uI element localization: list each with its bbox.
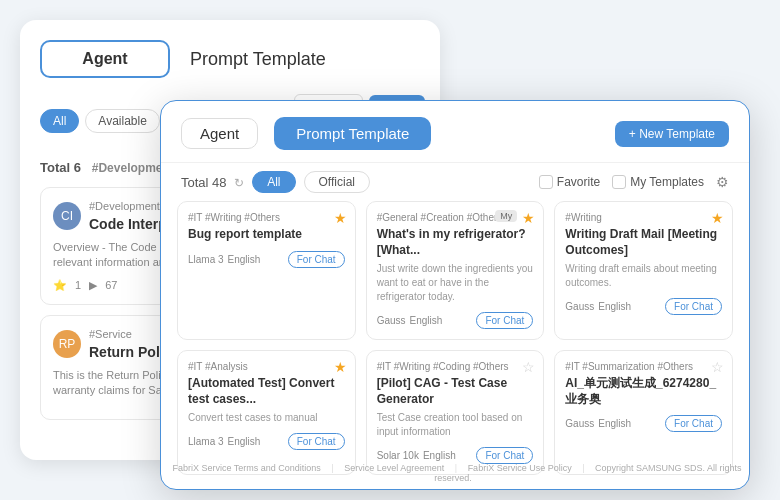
card-model-4: Solar 10k <box>377 450 419 461</box>
card-model-2: Gauss <box>565 301 594 312</box>
card-name-5: AI_单元测试生成_6274280_业务奥 <box>565 376 722 407</box>
favorite-checkbox[interactable] <box>539 175 553 189</box>
my-templates-label: My Templates <box>630 175 704 189</box>
filter-official-button[interactable]: Official <box>304 171 370 193</box>
card-desc-2: Writing draft emails about meeting outco… <box>565 262 722 290</box>
footer-link-use-policy[interactable]: FabriX Service Use Policy <box>468 463 572 473</box>
card-name-1: What's in my refrigerator? [What... <box>377 227 534 258</box>
for-chat-btn-3[interactable]: For Chat <box>288 433 345 450</box>
card-lang-4: English <box>423 450 456 461</box>
fg-total-count: Total 48 ↻ <box>181 175 244 190</box>
fg-prompt-template-button[interactable]: Prompt Template <box>274 117 431 150</box>
chat-icon-code: ▶ <box>89 279 97 292</box>
favorite-filter[interactable]: Favorite <box>539 175 600 189</box>
card-tags-3: #IT #Analysis <box>188 361 345 372</box>
star-icon-5[interactable]: ☆ <box>711 359 724 375</box>
agent-header: Agent Prompt Template <box>40 40 420 78</box>
card-tags-0: #IT #Writing #Others <box>188 212 345 223</box>
footer-links: FabriX Service Terms and Conditions | Se… <box>161 463 749 483</box>
card-desc-1: Just write down the ingredients you want… <box>377 262 534 304</box>
card-name-2: Writing Draft Mail [Meeting Outcomes] <box>565 227 722 258</box>
prompt-template-label-bg: Prompt Template <box>190 49 326 70</box>
fg-panel-header: Agent Prompt Template + New Template <box>161 101 749 163</box>
card-bottom-3: Llama 3 English For Chat <box>188 433 345 450</box>
my-templates-filter[interactable]: My Templates <box>612 175 704 189</box>
star-icon-3[interactable]: ★ <box>334 359 347 375</box>
new-template-button[interactable]: + New Template <box>615 121 729 147</box>
template-cards-grid: ★ #IT #Writing #Others Bug report templa… <box>161 201 749 485</box>
card-name-0: Bug report template <box>188 227 345 243</box>
footer-link-sla[interactable]: Service Level Agreement <box>344 463 444 473</box>
template-card-5[interactable]: ☆ #IT #Summarization #Others AI_单元测试生成_6… <box>554 350 733 475</box>
card-lang-0: English <box>228 254 261 265</box>
filter-icon[interactable]: ⚙ <box>716 174 729 190</box>
card-tags-4: #IT #Writing #Coding #Others <box>377 361 534 372</box>
star-icon-2[interactable]: ★ <box>711 210 724 226</box>
for-chat-btn-2[interactable]: For Chat <box>665 298 722 315</box>
card-bottom-4: Solar 10k English For Chat <box>377 447 534 464</box>
for-chat-btn-0[interactable]: For Chat <box>288 251 345 268</box>
fg-agent-label: Agent <box>181 118 258 149</box>
footer-link-terms[interactable]: FabriX Service Terms and Conditions <box>172 463 320 473</box>
fg-fav-row: Favorite My Templates ⚙ <box>539 174 729 190</box>
card-lang-5: English <box>598 418 631 429</box>
tab-all[interactable]: All <box>40 109 79 133</box>
card-name-3: [Automated Test] Convert test cases... <box>188 376 345 407</box>
filter-all-button[interactable]: All <box>252 171 295 193</box>
card-bottom-1: Gauss English For Chat <box>377 312 534 329</box>
template-card-4[interactable]: ☆ #IT #Writing #Coding #Others [Pilot] C… <box>366 350 545 475</box>
card-model-0: Llama 3 <box>188 254 224 265</box>
card-lang-3: English <box>228 436 261 447</box>
avatar-code-interpreter: CI <box>53 202 81 230</box>
card-desc-3: Convert test cases to manual <box>188 411 345 425</box>
for-chat-btn-5[interactable]: For Chat <box>665 415 722 432</box>
template-card-1[interactable]: My ★ #General #Creation #Others What's i… <box>366 201 545 340</box>
star-icon-0[interactable]: ★ <box>334 210 347 226</box>
template-card-0[interactable]: ★ #IT #Writing #Others Bug report templa… <box>177 201 356 340</box>
agent-title-box: Agent <box>40 40 170 78</box>
card-bottom-0: Llama 3 English For Chat <box>188 251 345 268</box>
my-badge-1: My <box>495 210 517 222</box>
fg-filter-row: Total 48 ↻ All Official Favorite My Temp… <box>161 163 749 201</box>
card-lang-1: English <box>410 315 443 326</box>
for-chat-btn-1[interactable]: For Chat <box>476 312 533 329</box>
tab-available[interactable]: Available <box>85 109 159 133</box>
my-templates-checkbox[interactable] <box>612 175 626 189</box>
card-model-5: Gauss <box>565 418 594 429</box>
card-bottom-5: Gauss English For Chat <box>565 415 722 432</box>
favorite-label: Favorite <box>557 175 600 189</box>
star-icon-1[interactable]: ★ <box>522 210 535 226</box>
card-model-3: Llama 3 <box>188 436 224 447</box>
for-chat-btn-4[interactable]: For Chat <box>476 447 533 464</box>
template-card-3[interactable]: ★ #IT #Analysis [Automated Test] Convert… <box>177 350 356 475</box>
card-tags-5: #IT #Summarization #Others <box>565 361 722 372</box>
star-icon-code: ⭐ <box>53 279 67 292</box>
card-tags-2: #Writing <box>565 212 722 223</box>
prompt-template-panel: Agent Prompt Template + New Template Tot… <box>160 100 750 490</box>
card-bottom-2: Gauss English For Chat <box>565 298 722 315</box>
star-icon-4[interactable]: ☆ <box>522 359 535 375</box>
template-card-2[interactable]: ★ #Writing Writing Draft Mail [Meeting O… <box>554 201 733 340</box>
card-name-4: [Pilot] CAG - Test Case Generator <box>377 376 534 407</box>
card-model-1: Gauss <box>377 315 406 326</box>
card-lang-2: English <box>598 301 631 312</box>
card-desc-4: Test Case creation tool based on input i… <box>377 411 534 439</box>
avatar-return-policy: RP <box>53 330 81 358</box>
